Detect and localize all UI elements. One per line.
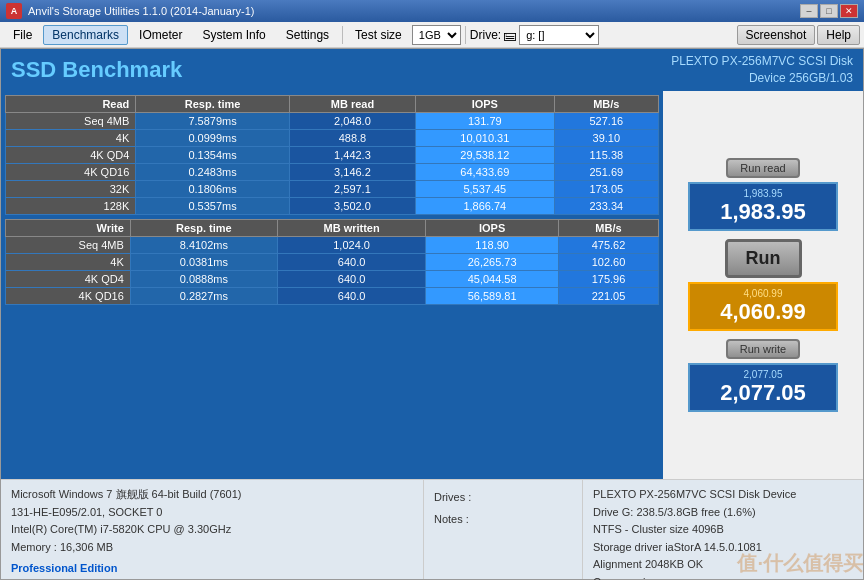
read-row-label: 4K QD4 xyxy=(6,146,136,163)
write-row-label: 4K xyxy=(6,253,131,270)
read-score-large: 1,983.95 xyxy=(694,199,832,225)
write-row-mbs: 221.05 xyxy=(558,287,658,304)
screenshot-button[interactable]: Screenshot xyxy=(737,25,816,45)
total-score-small: 4,060.99 xyxy=(694,288,832,299)
read-row-mbs: 39.10 xyxy=(554,129,658,146)
read-row-resp: 7.5879ms xyxy=(136,112,290,129)
title-bar: A Anvil's Storage Utilities 1.1.0 (2014-… xyxy=(0,0,864,22)
write-row-iops: 45,044.58 xyxy=(426,270,559,287)
write-row-resp: 8.4102ms xyxy=(130,236,277,253)
notes-label: Notes : xyxy=(434,508,572,530)
read-row-resp: 0.0999ms xyxy=(136,129,290,146)
window-controls: – □ ✕ xyxy=(800,4,858,18)
compression: Compression xyxy=(593,574,853,580)
write-score-small: 2,077.05 xyxy=(694,369,832,380)
read-row-iops: 131.79 xyxy=(416,112,555,129)
menu-separator-1 xyxy=(342,26,343,44)
read-row-label: Seq 4MB xyxy=(6,112,136,129)
read-row-label: 32K xyxy=(6,180,136,197)
write-score-box: 2,077.05 2,077.05 xyxy=(688,363,838,412)
write-row-mb: 640.0 xyxy=(277,270,425,287)
read-row-resp: 0.2483ms xyxy=(136,163,290,180)
read-col-label: Read xyxy=(6,95,136,112)
cpu-id: 131-HE-E095/2.01, SOCKET 0 xyxy=(11,504,413,522)
run-main-button[interactable]: Run xyxy=(725,239,802,278)
help-button[interactable]: Help xyxy=(817,25,860,45)
read-col-resp: Resp. time xyxy=(136,95,290,112)
disk-drive: Drive G: 238.5/3.8GB free (1.6%) xyxy=(593,504,853,522)
disk-desc: Device 256GB/1.03 xyxy=(749,71,853,85)
read-col-iops: IOPS xyxy=(416,95,555,112)
total-score-large: 4,060.99 xyxy=(694,299,832,325)
menu-file[interactable]: File xyxy=(4,25,41,45)
write-row-iops: 26,265.73 xyxy=(426,253,559,270)
write-col-resp: Resp. time xyxy=(130,219,277,236)
read-col-mb: MB read xyxy=(289,95,415,112)
read-row-iops: 10,010.31 xyxy=(416,129,555,146)
write-row-label: Seq 4MB xyxy=(6,236,131,253)
write-row-mb: 640.0 xyxy=(277,287,425,304)
sys-info: Microsoft Windows 7 旗舰版 64-bit Build (76… xyxy=(11,486,413,504)
read-row-label: 4K xyxy=(6,129,136,146)
drives-label: Drives : xyxy=(434,486,572,508)
close-button[interactable]: ✕ xyxy=(840,4,858,18)
read-row-mb: 488.8 xyxy=(289,129,415,146)
table-row: 4K QD16 0.2827ms 640.0 56,589.81 221.05 xyxy=(6,287,659,304)
maximize-button[interactable]: □ xyxy=(820,4,838,18)
table-row: 128K 0.5357ms 3,502.0 1,866.74 233.34 xyxy=(6,197,659,214)
cpu: Intel(R) Core(TM) i7-5820K CPU @ 3.30GHz xyxy=(11,521,413,539)
read-row-mbs: 527.16 xyxy=(554,112,658,129)
app-title: Anvil's Storage Utilities 1.1.0 (2014-Ja… xyxy=(28,5,800,17)
menu-settings[interactable]: Settings xyxy=(277,25,338,45)
test-size-label: Test size xyxy=(347,26,410,44)
read-row-label: 4K QD16 xyxy=(6,163,136,180)
drive-select[interactable]: g: [] xyxy=(519,25,599,45)
write-row-mb: 640.0 xyxy=(277,253,425,270)
read-row-iops: 5,537.45 xyxy=(416,180,555,197)
table-row: 4K QD4 0.0888ms 640.0 45,044.58 175.96 xyxy=(6,270,659,287)
write-row-mbs: 475.62 xyxy=(558,236,658,253)
minimize-button[interactable]: – xyxy=(800,4,818,18)
write-col-mb: MB written xyxy=(277,219,425,236)
read-row-resp: 0.5357ms xyxy=(136,197,290,214)
menu-iometer[interactable]: IOmeter xyxy=(130,25,191,45)
read-row-label: 128K xyxy=(6,197,136,214)
bench-area: Read Resp. time MB read IOPS MB/s Seq 4M… xyxy=(1,91,863,479)
app-icon: A xyxy=(6,3,22,19)
table-row: 4K QD4 0.1354ms 1,442.3 29,538.12 115.38 xyxy=(6,146,659,163)
read-row-mb: 3,502.0 xyxy=(289,197,415,214)
menu-system-info[interactable]: System Info xyxy=(193,25,274,45)
write-row-resp: 0.0888ms xyxy=(130,270,277,287)
storage-driver: Storage driver iaStorA 14.5.0.1081 xyxy=(593,539,853,557)
read-score-small: 1,983.95 xyxy=(694,188,832,199)
bottom-right: PLEXTO PX-256M7VC SCSI Disk Device Drive… xyxy=(583,480,863,579)
ssd-title: SSD Benchmark xyxy=(11,57,182,83)
read-row-mbs: 233.34 xyxy=(554,197,658,214)
write-col-label: Write xyxy=(6,219,131,236)
read-row-mbs: 251.69 xyxy=(554,163,658,180)
table-row: 4K 0.0381ms 640.0 26,265.73 102.60 xyxy=(6,253,659,270)
test-size-select[interactable]: 1GB xyxy=(412,25,461,45)
menu-benchmarks[interactable]: Benchmarks xyxy=(43,25,128,45)
write-table: Write Resp. time MB written IOPS MB/s Se… xyxy=(5,219,659,305)
read-row-iops: 64,433.69 xyxy=(416,163,555,180)
disk-name: PLEXTO PX-256M7VC SCSI Disk xyxy=(671,54,853,68)
bottom-left: Microsoft Windows 7 旗舰版 64-bit Build (76… xyxy=(1,480,423,579)
read-row-resp: 0.1806ms xyxy=(136,180,290,197)
write-row-label: 4K QD16 xyxy=(6,287,131,304)
write-row-iops: 56,589.81 xyxy=(426,287,559,304)
write-row-mb: 1,024.0 xyxy=(277,236,425,253)
disk-ntfs: NTFS - Cluster size 4096B xyxy=(593,521,853,539)
bottom-center: Drives : Notes : xyxy=(423,480,583,579)
total-score-box: 4,060.99 4,060.99 xyxy=(688,282,838,331)
write-row-mbs: 102.60 xyxy=(558,253,658,270)
run-read-button[interactable]: Run read xyxy=(726,158,799,178)
menu-bar: File Benchmarks IOmeter System Info Sett… xyxy=(0,22,864,48)
read-row-mbs: 173.05 xyxy=(554,180,658,197)
run-write-button[interactable]: Run write xyxy=(726,339,800,359)
table-row: 4K QD16 0.2483ms 3,146.2 64,433.69 251.6… xyxy=(6,163,659,180)
read-col-mbs: MB/s xyxy=(554,95,658,112)
disk-info: PLEXTO PX-256M7VC SCSI Disk Device 256GB… xyxy=(671,53,853,87)
read-row-iops: 1,866.74 xyxy=(416,197,555,214)
bench-table: Read Resp. time MB read IOPS MB/s Seq 4M… xyxy=(1,91,663,479)
